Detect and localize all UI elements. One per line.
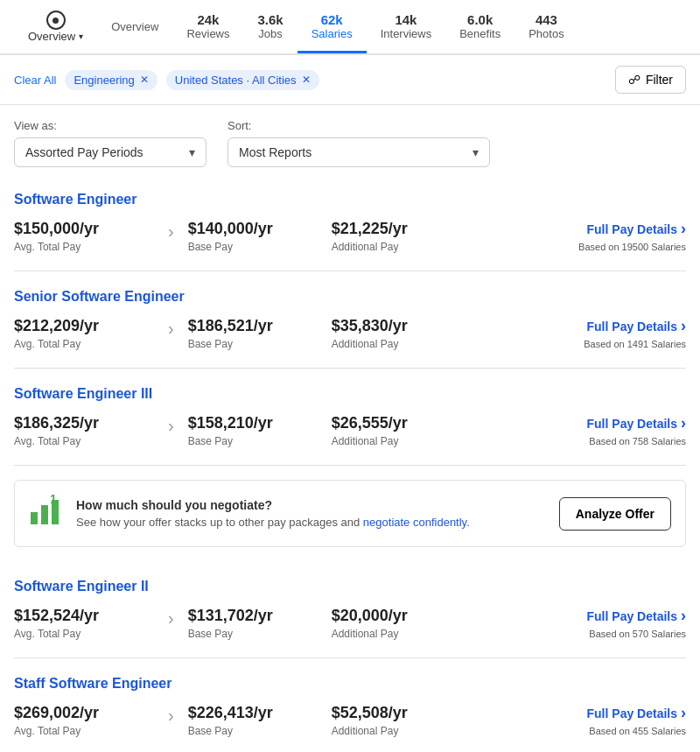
avg-total-pay-amount: $269,002/yr [14, 704, 154, 722]
job-title[interactable]: Software Engineer [14, 192, 686, 207]
based-on-label: Based on 570 Salaries [589, 629, 686, 639]
additional-pay-label: Additional Pay [332, 725, 454, 737]
tab-label-overview: Overview [111, 20, 158, 33]
avg-total-pay-label: Avg. Total Pay [14, 241, 154, 253]
pay-row: $150,000/yr Avg. Total Pay › $140,000/yr… [14, 220, 686, 253]
avg-total-pay-col: $269,002/yr Avg. Total Pay [14, 704, 154, 737]
pay-row: $212,209/yr Avg. Total Pay › $186,521/yr… [14, 317, 686, 350]
clear-all-button[interactable]: Clear All [14, 74, 56, 87]
base-pay-label: Base Pay [188, 338, 311, 350]
based-on-label: Based on 758 Salaries [589, 436, 686, 446]
filter-icon: ☍ [628, 73, 640, 87]
chevron-right-icon [681, 317, 686, 335]
additional-pay-label: Additional Pay [332, 241, 454, 253]
tab-count-salaries: 62k [321, 12, 343, 27]
avg-total-pay-label: Avg. Total Pay [14, 435, 154, 447]
avg-total-pay-amount: $152,524/yr [14, 607, 154, 625]
additional-pay-col: $20,000/yr Additional Pay [332, 607, 454, 640]
range-arrow-icon: › [168, 221, 174, 242]
additional-pay-amount: $52,508/yr [332, 704, 454, 722]
full-pay-details-link[interactable]: Full Pay Details [587, 607, 686, 625]
full-pay-details-link[interactable]: Full Pay Details [587, 704, 686, 722]
full-pay-details: Full Pay Details Based on 570 Salaries [587, 607, 686, 639]
tab-overview[interactable]: Overview ▾ [14, 0, 97, 53]
full-pay-details-link[interactable]: Full Pay Details [587, 414, 686, 432]
full-pay-details: Full Pay Details Based on 758 Salaries [587, 414, 686, 446]
full-pay-details: Full Pay Details Based on 1491 Salaries [584, 317, 686, 349]
view-select[interactable]: Assorted Pay Periods ▾ [14, 137, 206, 167]
based-on-label: Based on 1491 Salaries [584, 339, 686, 349]
additional-pay-col: $35,830/yr Additional Pay [332, 317, 454, 350]
tab-label-salaries: Salaries [312, 27, 353, 40]
tab-reviews[interactable]: 24kReviews [172, 2, 243, 53]
base-pay-col: $226,413/yr Base Pay [188, 704, 311, 737]
filter-tag-label: Engineering [74, 74, 134, 87]
analyze-offer-button[interactable]: Analyze Offer [559, 497, 671, 531]
additional-pay-amount: $20,000/yr [332, 607, 454, 625]
base-pay-label: Base Pay [188, 435, 311, 447]
svg-rect-0 [31, 512, 38, 524]
remove-filter-us-all-cities[interactable]: ✕ [302, 74, 311, 86]
tab-count-photos: 443 [536, 12, 557, 27]
pay-row: $152,524/yr Avg. Total Pay › $131,702/yr… [14, 607, 686, 640]
range-arrow-icon: › [168, 416, 174, 436]
filter-tag-label: United States · All Cities [175, 74, 297, 87]
avg-total-pay-label: Avg. Total Pay [14, 338, 154, 350]
remove-filter-engineering[interactable]: ✕ [140, 74, 149, 86]
view-control: View as: Assorted Pay Periods ▾ [14, 119, 206, 167]
filter-tag-us-all-cities: United States · All Cities✕ [166, 70, 319, 90]
sort-control: Sort: Most Reports ▾ [228, 119, 490, 167]
base-pay-amount: $140,000/yr [188, 220, 311, 238]
tab-label-interviews: Interviews [381, 27, 432, 40]
base-pay-col: $131,702/yr Base Pay [188, 607, 311, 640]
pay-row: $186,325/yr Avg. Total Pay › $158,210/yr… [14, 414, 686, 447]
tab-benefits[interactable]: 6.0kBenefits [445, 2, 514, 53]
job-item: Software Engineer II $152,524/yr Avg. To… [14, 561, 686, 658]
filter-tag-engineering: Engineering✕ [65, 70, 157, 90]
avg-total-pay-label: Avg. Total Pay [14, 725, 154, 737]
base-pay-col: $186,521/yr Base Pay [188, 317, 311, 350]
job-item: Senior Software Engineer $212,209/yr Avg… [14, 271, 686, 369]
tab-label-jobs: Jobs [258, 27, 282, 40]
tab-salaries[interactable]: 62kSalaries [298, 2, 367, 53]
avg-total-pay-col: $152,524/yr Avg. Total Pay [14, 607, 154, 640]
additional-pay-amount: $26,555/yr [332, 414, 454, 432]
filter-button[interactable]: ☍ Filter [615, 66, 686, 94]
job-title[interactable]: Software Engineer II [14, 579, 686, 594]
additional-pay-col: $21,225/yr Additional Pay [332, 220, 454, 253]
full-pay-details-link[interactable]: Full Pay Details [587, 317, 686, 335]
additional-pay-label: Additional Pay [332, 435, 454, 447]
tab-label-reviews: Reviews [186, 27, 229, 40]
avg-total-pay-amount: $212,209/yr [14, 317, 154, 335]
overview-label: Overview ▾ [28, 30, 83, 43]
job-title[interactable]: Staff Software Engineer [14, 676, 686, 692]
filter-row: Clear All Engineering✕United States · Al… [0, 55, 700, 105]
tab-count-benefits: 6.0k [467, 12, 493, 27]
tab-overview[interactable]: Overview [97, 10, 172, 46]
analyze-main-text: How much should you negotiate? [76, 498, 547, 512]
avg-total-pay-col: $150,000/yr Avg. Total Pay [14, 220, 154, 253]
tab-jobs[interactable]: 3.6kJobs [244, 2, 298, 53]
sort-select[interactable]: Most Reports ▾ [228, 137, 490, 167]
full-pay-details-link[interactable]: Full Pay Details [587, 220, 686, 238]
svg-text:1: 1 [50, 495, 57, 506]
tab-count-interviews: 14k [395, 12, 416, 27]
additional-pay-amount: $21,225/yr [332, 220, 454, 238]
analyze-sub-text: See how your offer stacks up to other pa… [76, 516, 547, 529]
additional-pay-label: Additional Pay [332, 338, 454, 350]
job-title[interactable]: Senior Software Engineer [14, 289, 686, 305]
tab-photos[interactable]: 443Photos [514, 2, 578, 53]
tab-interviews[interactable]: 14kInterviews [367, 2, 446, 53]
negotiate-link[interactable]: negotiate confidently [363, 516, 466, 529]
based-on-label: Based on 19500 Salaries [578, 242, 686, 252]
job-item: Software Engineer III $186,325/yr Avg. T… [14, 369, 686, 466]
sort-chevron-icon: ▾ [472, 145, 479, 159]
full-pay-details: Full Pay Details Based on 455 Salaries [587, 704, 686, 736]
job-item: Software Engineer $150,000/yr Avg. Total… [14, 174, 686, 271]
chevron-right-icon [681, 220, 686, 238]
view-chevron-icon: ▾ [189, 145, 195, 159]
additional-pay-label: Additional Pay [332, 628, 454, 640]
analyze-text-block: How much should you negotiate? See how y… [76, 498, 547, 529]
base-pay-amount: $158,210/yr [188, 414, 311, 432]
job-title[interactable]: Software Engineer III [14, 386, 686, 402]
